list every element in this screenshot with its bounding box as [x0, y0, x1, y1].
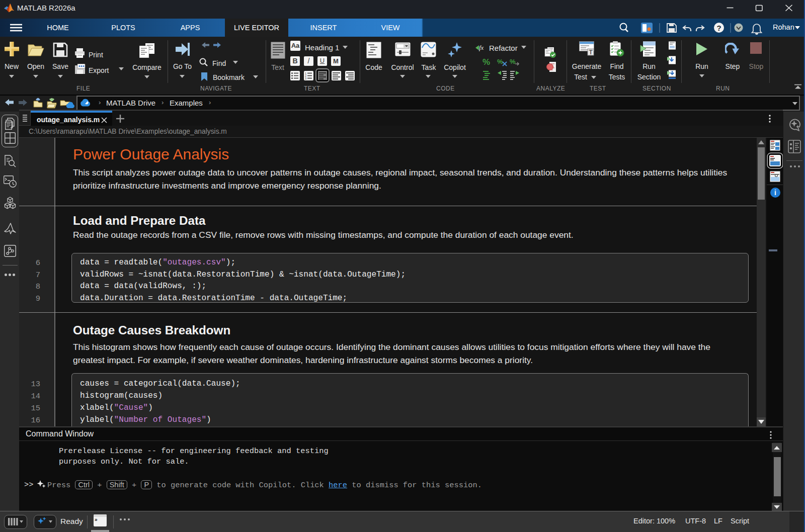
svg-text:%: % [510, 58, 516, 65]
svg-text:%: % [497, 58, 503, 65]
svg-text:fx: fx [479, 44, 484, 51]
svg-text:%: % [482, 57, 490, 66]
svg-text:?: ? [716, 24, 721, 32]
svg-text:3: 3 [305, 77, 306, 80]
svg-text:T: T [589, 49, 593, 56]
